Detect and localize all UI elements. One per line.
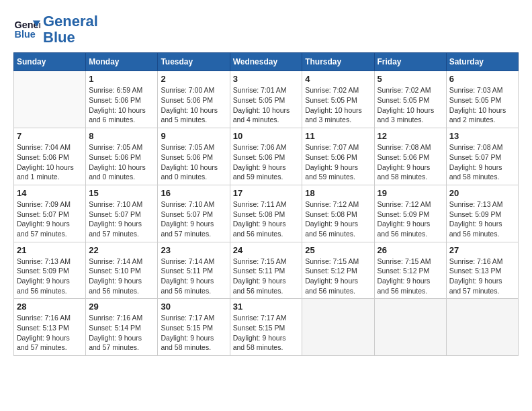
day-cell: 25Sunrise: 7:15 AM Sunset: 5:12 PM Dayli… — [302, 242, 374, 299]
day-cell: 31Sunrise: 7:17 AM Sunset: 5:15 PM Dayli… — [230, 299, 302, 356]
day-detail: Sunrise: 7:10 AM Sunset: 5:07 PM Dayligh… — [89, 199, 154, 239]
day-cell: 2Sunrise: 7:00 AM Sunset: 5:06 PM Daylig… — [158, 71, 230, 128]
day-cell: 17Sunrise: 7:11 AM Sunset: 5:08 PM Dayli… — [230, 185, 302, 242]
day-detail: Sunrise: 7:14 AM Sunset: 5:11 PM Dayligh… — [161, 257, 226, 296]
day-number: 20 — [449, 188, 515, 198]
day-detail: Sunrise: 7:09 AM Sunset: 5:07 PM Dayligh… — [17, 199, 83, 239]
day-cell: 11Sunrise: 7:07 AM Sunset: 5:06 PM Dayli… — [302, 128, 374, 185]
day-detail: Sunrise: 7:15 AM Sunset: 5:12 PM Dayligh… — [378, 257, 443, 296]
day-cell: 27Sunrise: 7:16 AM Sunset: 5:13 PM Dayli… — [446, 242, 518, 299]
day-cell: 23Sunrise: 7:14 AM Sunset: 5:11 PM Dayli… — [158, 242, 230, 299]
day-cell: 3Sunrise: 7:01 AM Sunset: 5:05 PM Daylig… — [230, 71, 302, 128]
day-detail: Sunrise: 7:16 AM Sunset: 5:14 PM Dayligh… — [89, 313, 154, 353]
header: General Blue General Blue — [13, 13, 519, 46]
col-header-wednesday: Wednesday — [230, 53, 302, 71]
day-number: 23 — [161, 245, 226, 255]
day-detail: Sunrise: 7:00 AM Sunset: 5:06 PM Dayligh… — [161, 85, 226, 125]
day-number: 11 — [305, 131, 371, 141]
day-detail: Sunrise: 7:08 AM Sunset: 5:07 PM Dayligh… — [449, 142, 515, 182]
day-detail: Sunrise: 7:15 AM Sunset: 5:12 PM Dayligh… — [305, 257, 371, 296]
week-row-5: 28Sunrise: 7:16 AM Sunset: 5:13 PM Dayli… — [14, 299, 519, 356]
day-cell: 4Sunrise: 7:02 AM Sunset: 5:05 PM Daylig… — [302, 71, 374, 128]
day-detail: Sunrise: 7:10 AM Sunset: 5:07 PM Dayligh… — [161, 199, 226, 239]
day-detail: Sunrise: 7:06 AM Sunset: 5:06 PM Dayligh… — [233, 142, 300, 182]
day-cell: 12Sunrise: 7:08 AM Sunset: 5:06 PM Dayli… — [374, 128, 446, 185]
col-header-thursday: Thursday — [302, 53, 374, 71]
day-detail: Sunrise: 6:59 AM Sunset: 5:06 PM Dayligh… — [89, 85, 154, 125]
day-number: 30 — [161, 302, 226, 312]
day-number: 16 — [161, 188, 226, 198]
day-cell: 14Sunrise: 7:09 AM Sunset: 5:07 PM Dayli… — [14, 185, 86, 242]
day-cell: 5Sunrise: 7:02 AM Sunset: 5:05 PM Daylig… — [374, 71, 446, 128]
col-header-saturday: Saturday — [446, 53, 518, 71]
day-cell: 22Sunrise: 7:14 AM Sunset: 5:10 PM Dayli… — [86, 242, 158, 299]
day-number: 27 — [449, 245, 515, 255]
day-detail: Sunrise: 7:02 AM Sunset: 5:05 PM Dayligh… — [305, 85, 371, 125]
day-cell: 29Sunrise: 7:16 AM Sunset: 5:14 PM Dayli… — [86, 299, 158, 356]
col-header-tuesday: Tuesday — [158, 53, 230, 71]
day-cell: 18Sunrise: 7:12 AM Sunset: 5:08 PM Dayli… — [302, 185, 374, 242]
day-number: 19 — [378, 188, 443, 198]
day-cell: 16Sunrise: 7:10 AM Sunset: 5:07 PM Dayli… — [158, 185, 230, 242]
week-row-2: 7Sunrise: 7:04 AM Sunset: 5:06 PM Daylig… — [14, 128, 519, 185]
day-number: 14 — [17, 188, 83, 198]
day-number: 29 — [89, 302, 154, 312]
day-detail: Sunrise: 7:12 AM Sunset: 5:08 PM Dayligh… — [305, 199, 371, 239]
day-detail: Sunrise: 7:03 AM Sunset: 5:05 PM Dayligh… — [449, 85, 515, 125]
logo-icon: General Blue — [13, 16, 40, 43]
day-detail: Sunrise: 7:17 AM Sunset: 5:15 PM Dayligh… — [233, 313, 300, 353]
day-detail: Sunrise: 7:11 AM Sunset: 5:08 PM Dayligh… — [233, 199, 300, 239]
day-detail: Sunrise: 7:14 AM Sunset: 5:10 PM Dayligh… — [89, 257, 154, 296]
day-detail: Sunrise: 7:08 AM Sunset: 5:06 PM Dayligh… — [378, 142, 443, 182]
week-row-4: 21Sunrise: 7:13 AM Sunset: 5:09 PM Dayli… — [14, 242, 519, 299]
day-detail: Sunrise: 7:16 AM Sunset: 5:13 PM Dayligh… — [449, 257, 515, 296]
day-detail: Sunrise: 7:07 AM Sunset: 5:06 PM Dayligh… — [305, 142, 371, 182]
day-cell: 1Sunrise: 6:59 AM Sunset: 5:06 PM Daylig… — [86, 71, 158, 128]
day-cell: 9Sunrise: 7:05 AM Sunset: 5:06 PM Daylig… — [158, 128, 230, 185]
day-number: 12 — [378, 131, 443, 141]
day-cell: 7Sunrise: 7:04 AM Sunset: 5:06 PM Daylig… — [14, 128, 86, 185]
calendar-table: SundayMondayTuesdayWednesdayThursdayFrid… — [13, 52, 519, 356]
day-cell: 10Sunrise: 7:06 AM Sunset: 5:06 PM Dayli… — [230, 128, 302, 185]
day-cell: 8Sunrise: 7:05 AM Sunset: 5:06 PM Daylig… — [86, 128, 158, 185]
day-detail: Sunrise: 7:15 AM Sunset: 5:11 PM Dayligh… — [233, 257, 300, 296]
day-number: 1 — [89, 74, 154, 84]
day-number: 9 — [161, 131, 226, 141]
day-number: 13 — [449, 131, 515, 141]
day-number: 25 — [305, 245, 371, 255]
day-cell — [302, 299, 374, 356]
day-detail: Sunrise: 7:02 AM Sunset: 5:05 PM Dayligh… — [378, 85, 443, 125]
day-cell — [374, 299, 446, 356]
day-cell: 13Sunrise: 7:08 AM Sunset: 5:07 PM Dayli… — [446, 128, 518, 185]
calendar-header-row: SundayMondayTuesdayWednesdayThursdayFrid… — [14, 53, 519, 71]
day-cell — [14, 71, 86, 128]
day-cell: 15Sunrise: 7:10 AM Sunset: 5:07 PM Dayli… — [86, 185, 158, 242]
day-cell — [446, 299, 518, 356]
day-number: 8 — [89, 131, 154, 141]
day-cell: 21Sunrise: 7:13 AM Sunset: 5:09 PM Dayli… — [14, 242, 86, 299]
day-number: 2 — [161, 74, 226, 84]
day-detail: Sunrise: 7:17 AM Sunset: 5:15 PM Dayligh… — [161, 313, 226, 353]
day-number: 31 — [233, 302, 300, 312]
day-detail: Sunrise: 7:05 AM Sunset: 5:06 PM Dayligh… — [161, 142, 226, 182]
week-row-3: 14Sunrise: 7:09 AM Sunset: 5:07 PM Dayli… — [14, 185, 519, 242]
day-cell: 26Sunrise: 7:15 AM Sunset: 5:12 PM Dayli… — [374, 242, 446, 299]
day-cell: 24Sunrise: 7:15 AM Sunset: 5:11 PM Dayli… — [230, 242, 302, 299]
day-detail: Sunrise: 7:04 AM Sunset: 5:06 PM Dayligh… — [17, 142, 83, 182]
day-detail: Sunrise: 7:01 AM Sunset: 5:05 PM Dayligh… — [233, 85, 300, 125]
day-cell: 28Sunrise: 7:16 AM Sunset: 5:13 PM Dayli… — [14, 299, 86, 356]
day-detail: Sunrise: 7:13 AM Sunset: 5:09 PM Dayligh… — [17, 257, 83, 296]
day-detail: Sunrise: 7:12 AM Sunset: 5:09 PM Dayligh… — [378, 199, 443, 239]
day-number: 4 — [305, 74, 371, 84]
day-number: 18 — [305, 188, 371, 198]
logo: General Blue General Blue — [13, 13, 98, 46]
day-number: 17 — [233, 188, 300, 198]
day-number: 22 — [89, 245, 154, 255]
day-cell: 20Sunrise: 7:13 AM Sunset: 5:09 PM Dayli… — [446, 185, 518, 242]
day-number: 28 — [17, 302, 83, 312]
day-detail: Sunrise: 7:16 AM Sunset: 5:13 PM Dayligh… — [17, 313, 83, 353]
col-header-monday: Monday — [86, 53, 158, 71]
day-number: 10 — [233, 131, 300, 141]
day-number: 21 — [17, 245, 83, 255]
day-detail: Sunrise: 7:05 AM Sunset: 5:06 PM Dayligh… — [89, 142, 154, 182]
